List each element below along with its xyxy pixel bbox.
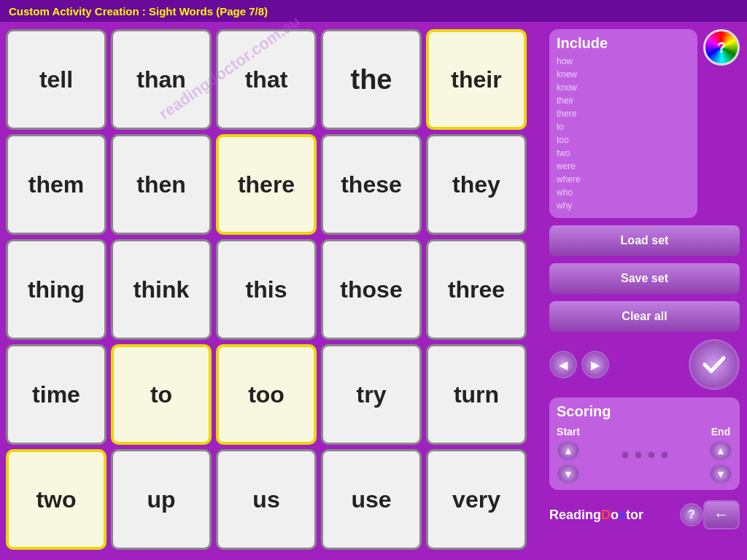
include-word-know: know [557,81,690,94]
score-dots [621,451,669,459]
grid-row-4: twoupususevery [6,449,538,550]
action-row: ◀ ▶ [549,339,740,390]
dot-3 [647,451,656,459]
word-card-there[interactable]: there [216,134,317,235]
end-down-button[interactable]: ▼ [709,464,732,484]
scoring-title: Scoring [557,403,732,420]
dot-1 [621,451,630,459]
start-down-button[interactable]: ▼ [557,464,580,484]
sidebar: Include howknewknowtheirtheretotootwower… [543,22,747,560]
include-word-how: how [557,55,690,68]
word-card-to[interactable]: to [111,344,212,445]
brand-text: ReadingDoctor [549,508,643,523]
word-card-too[interactable]: too [216,344,317,445]
include-word-where: where [557,173,690,186]
word-card-tell[interactable]: tell [6,29,107,130]
include-word-their: their [557,94,690,107]
check-icon [701,351,727,378]
word-card-very[interactable]: very [426,449,527,550]
word-card-turn[interactable]: turn [426,344,527,445]
include-word-list: howknewknowtheirtheretotootwowerewherewh… [557,55,690,212]
include-word-to: to [557,120,690,133]
end-label: End [711,426,730,438]
include-word-who: who [557,186,690,199]
word-card-time[interactable]: time [6,344,107,445]
include-panel: Include howknewknowtheirtheretotootwower… [549,29,697,218]
word-card-use[interactable]: use [321,449,422,550]
clear-all-button[interactable]: Clear all [549,301,740,332]
start-label: Start [557,426,580,438]
include-title: Include [557,35,690,52]
grid-row-1: themthentherethesethey [6,134,538,235]
scoring-end: End ▲ ▼ [709,426,732,484]
load-set-button[interactable]: Load set [549,225,740,256]
word-card-their[interactable]: their [426,29,527,130]
title-text: Custom Activity Creation : Sight Words (… [9,5,268,18]
grid-row-0: tellthanthatthetheir [6,29,538,130]
word-card-three[interactable]: three [426,239,527,340]
arrow-left-button[interactable]: ◀ [549,351,577,378]
word-card-then[interactable]: then [111,134,212,235]
include-word-were: were [557,160,690,173]
color-wheel-button[interactable]: ? [703,29,740,66]
word-card-than[interactable]: than [111,29,212,130]
word-card-the[interactable]: the [321,29,422,130]
word-card-that[interactable]: that [216,29,317,130]
word-grid-area: tellthanthatthetheirthemthentheretheseth… [0,22,543,560]
word-card-thing[interactable]: thing [6,239,107,340]
word-card-two[interactable]: two [6,449,107,550]
dot-2 [634,451,643,459]
include-word-there: there [557,107,690,120]
include-word-too: too [557,133,690,147]
scoring-start: Start ▲ ▼ [557,426,580,484]
save-set-button[interactable]: Save set [549,263,740,294]
include-word-two: two [557,147,690,160]
word-card-try[interactable]: try [321,344,422,445]
dot-4 [660,451,669,459]
grid-row-2: thingthinkthisthosethree [6,239,538,340]
word-card-those[interactable]: those [321,239,422,340]
include-word-knew: knew [557,68,690,81]
check-button[interactable] [689,339,740,390]
scoring-panel: Scoring Start ▲ ▼ End ▲ ▼ [549,397,740,490]
sidebar-top: Include howknewknowtheirtheretotootwower… [549,29,740,218]
word-card-they[interactable]: they [426,134,527,235]
word-card-think[interactable]: think [111,239,212,340]
branding: ReadingDoctor ? ← [549,500,740,529]
word-card-these[interactable]: these [321,134,422,235]
word-card-them[interactable]: them [6,134,107,235]
scoring-controls: Start ▲ ▼ End ▲ ▼ [557,426,732,484]
end-up-button[interactable]: ▲ [709,440,732,461]
word-card-this[interactable]: this [216,239,317,340]
word-card-us[interactable]: us [216,449,317,550]
grid-row-3: timetotootryturn [6,344,538,445]
nav-arrows: ◀ ▶ [549,351,609,378]
arrow-right-button[interactable]: ▶ [581,351,609,378]
include-word-why: why [557,199,690,212]
back-button[interactable]: ← [703,500,740,529]
question-mark: ? [717,39,726,56]
word-card-up[interactable]: up [111,449,212,550]
title-bar: Custom Activity Creation : Sight Words (… [0,0,747,22]
start-up-button[interactable]: ▲ [557,440,580,461]
help-button[interactable]: ? [680,503,703,526]
